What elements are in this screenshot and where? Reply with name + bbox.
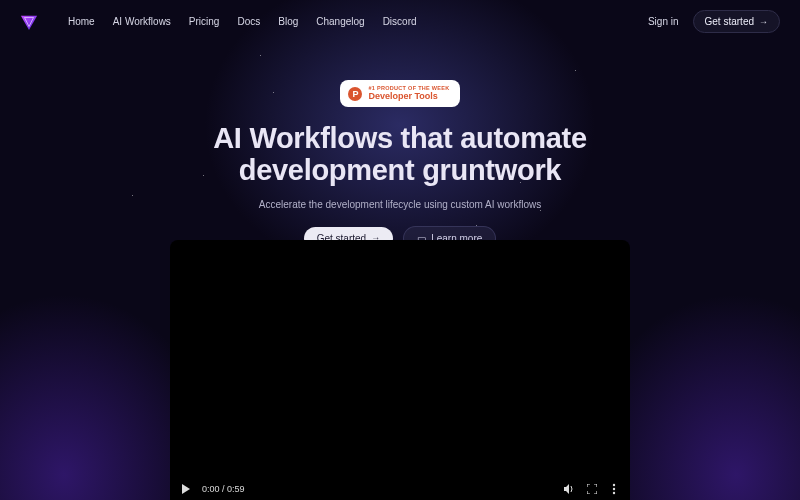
ph-title: Developer Tools (368, 92, 449, 101)
svg-marker-3 (564, 484, 569, 494)
nav-changelog[interactable]: Changelog (316, 16, 364, 27)
svg-point-5 (613, 488, 615, 490)
svg-marker-2 (182, 484, 190, 494)
video-time: 0:00 / 0:59 (202, 484, 245, 494)
video-player[interactable]: 0:00 / 0:59 (170, 240, 630, 500)
svg-point-4 (613, 484, 615, 486)
svg-marker-0 (21, 15, 37, 29)
nav-discord[interactable]: Discord (383, 16, 417, 27)
nav-ai-workflows[interactable]: AI Workflows (113, 16, 171, 27)
main-nav: Home AI Workflows Pricing Docs Blog Chan… (68, 16, 417, 27)
header-right: Sign in Get started → (648, 10, 780, 33)
get-started-header-button[interactable]: Get started → (693, 10, 780, 33)
video-controls: 0:00 / 0:59 (170, 478, 630, 500)
sign-in-link[interactable]: Sign in (648, 16, 679, 27)
producthunt-badge[interactable]: P #1 Product of the Week Developer Tools (340, 80, 459, 107)
header: Home AI Workflows Pricing Docs Blog Chan… (0, 0, 800, 43)
fullscreen-icon[interactable] (586, 483, 598, 495)
hero: P #1 Product of the Week Developer Tools… (0, 80, 800, 251)
producthunt-text: #1 Product of the Week Developer Tools (368, 86, 449, 101)
arrow-right-icon: → (759, 17, 768, 27)
nav-pricing[interactable]: Pricing (189, 16, 220, 27)
producthunt-icon: P (348, 87, 362, 101)
volume-icon[interactable] (564, 483, 576, 495)
logo[interactable] (20, 13, 38, 31)
nav-docs[interactable]: Docs (237, 16, 260, 27)
get-started-header-label: Get started (705, 16, 754, 27)
nav-home[interactable]: Home (68, 16, 95, 27)
play-icon[interactable] (180, 483, 192, 495)
menu-icon[interactable] (608, 483, 620, 495)
nav-blog[interactable]: Blog (278, 16, 298, 27)
hero-title: AI Workflows that automate development g… (170, 123, 630, 187)
svg-point-6 (613, 492, 615, 494)
hero-subtitle: Accelerate the development lifecycle usi… (259, 199, 541, 210)
